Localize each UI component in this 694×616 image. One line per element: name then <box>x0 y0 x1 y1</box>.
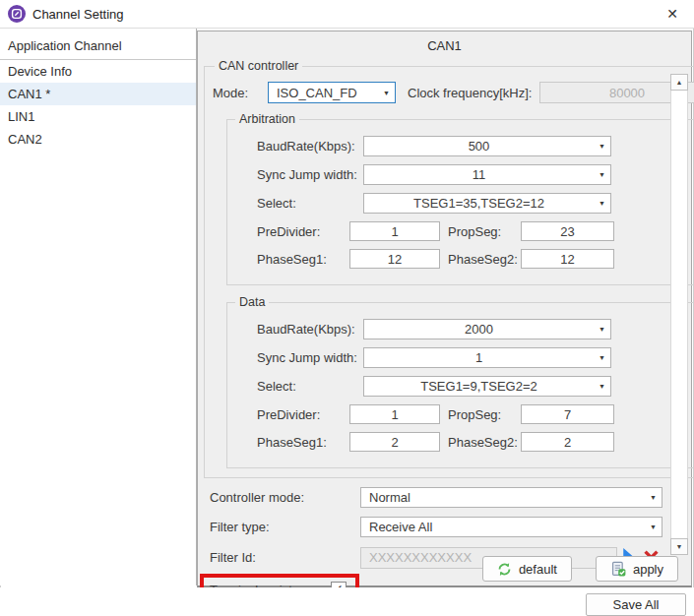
refresh-icon <box>497 562 512 577</box>
data-phaseseg2-label: PhaseSeg2: <box>440 435 521 450</box>
mode-select[interactable]: ISO_CAN_FD ▼ <box>268 82 396 103</box>
apply-clipboard-icon <box>610 561 626 577</box>
page-title: CAN1 <box>198 31 691 56</box>
mode-row: Mode: ISO_CAN_FD ▼ Clock frequency[kHz]: <box>213 82 694 103</box>
data-propseg-label: PropSeg: <box>440 407 521 422</box>
controller-mode-label: Controller mode: <box>210 490 360 505</box>
arb-sync-row: Sync Jump width: 11 ▼ <box>231 164 694 185</box>
filter-id-label: Filter Id: <box>210 550 360 565</box>
data-predivider-label: PreDivider: <box>257 407 349 422</box>
controller-mode-select[interactable]: Normal ▼ <box>360 487 662 508</box>
data-sync-row: Sync Jump width: 1 ▼ <box>231 347 694 368</box>
arb-sync-value: 11 <box>364 167 594 182</box>
chevron-down-icon: ▼ <box>594 171 610 178</box>
clock-frequency-label: Clock frequency[kHz]: <box>408 86 539 100</box>
data-group: Data BaudRate(Kbps): 2000 ▼ Sync Jump wi… <box>226 295 694 468</box>
data-sync-label: Sync Jump width: <box>257 350 363 365</box>
arb-phaseseg1-label: PhaseSeg1: <box>257 252 349 267</box>
channel-sidebar: Application Channel Device Info CAN1 * L… <box>0 29 197 585</box>
data-predivider-propseg-row: PreDivider: PropSeg: <box>231 404 694 424</box>
data-baudrate-label: BaudRate(Kbps): <box>257 322 363 337</box>
data-baudrate-value: 2000 <box>364 322 594 337</box>
data-predivider-field[interactable] <box>349 404 440 424</box>
chevron-down-icon: ▼ <box>645 524 662 530</box>
data-baudrate-select[interactable]: 2000 ▼ <box>363 319 611 339</box>
chevron-down-icon: ▼ <box>645 494 662 501</box>
controller-mode-row: Controller mode: Normal ▼ <box>210 487 662 508</box>
chevron-down-icon: ▼ <box>594 326 610 333</box>
panel-actions: default apply <box>482 556 678 582</box>
data-baudrate-row: BaudRate(Kbps): 2000 ▼ <box>231 319 694 339</box>
data-propseg-field[interactable] <box>521 404 614 424</box>
can-controller-legend: CAN controller <box>215 59 302 73</box>
arb-phaseseg-row: PhaseSeg1: PhaseSeg2: <box>231 249 694 269</box>
app-logo-icon <box>8 5 26 23</box>
filter-type-value: Receive All <box>361 520 645 534</box>
arb-propseg-field[interactable] <box>521 221 614 241</box>
arb-select-label: Select: <box>257 196 363 211</box>
arb-predivider-propseg-row: PreDivider: PropSeg: <box>231 221 694 241</box>
save-all-button[interactable]: Save All <box>586 593 686 616</box>
arb-propseg-label: PropSeg: <box>440 224 521 239</box>
controller-mode-value: Normal <box>361 490 645 505</box>
vertical-scrollbar: ▲ ▼ <box>670 74 688 555</box>
data-phaseseg1-field[interactable] <box>349 432 440 452</box>
can1-settings-panel: CAN1 CAN controller Mode: ISO_CAN_FD ▼ C… <box>197 31 692 587</box>
arb-phaseseg2-field[interactable] <box>521 249 614 269</box>
arb-sync-select[interactable]: 11 ▼ <box>363 164 611 185</box>
arb-baudrate-row: BaudRate(Kbps): 500 ▼ <box>231 136 694 156</box>
arbitration-legend: Arbitration <box>235 112 299 126</box>
arb-sync-label: Sync Jump width: <box>257 167 363 182</box>
sidebar-item-can1[interactable]: CAN1 * <box>0 83 196 105</box>
sidebar-item-can2[interactable]: CAN2 <box>0 128 196 151</box>
sidebar-item-device-info[interactable]: Device Info <box>0 60 196 83</box>
data-legend: Data <box>235 295 269 309</box>
apply-button-label: apply <box>633 562 663 577</box>
mode-value: ISO_CAN_FD <box>269 86 378 100</box>
arb-baudrate-value: 500 <box>364 139 594 154</box>
arb-phaseseg1-field[interactable] <box>349 249 440 269</box>
window-title: Channel Setting <box>32 7 124 22</box>
arb-baudrate-label: BaudRate(Kbps): <box>257 139 363 154</box>
data-phaseseg2-field[interactable] <box>521 432 614 452</box>
sidebar-item-lin1[interactable]: LIN1 <box>0 105 196 128</box>
chevron-down-icon: ▼ <box>594 200 610 207</box>
channel-setting-dialog: Channel Setting ✕ Application Channel De… <box>0 0 694 616</box>
arb-phaseseg2-label: PhaseSeg2: <box>440 252 521 267</box>
sidebar-item-application-channel[interactable]: Application Channel <box>0 34 196 60</box>
apply-button[interactable]: apply <box>596 556 678 582</box>
filter-type-row: Filter type: Receive All ▼ <box>210 517 662 537</box>
arb-predivider-label: PreDivider: <box>257 224 349 239</box>
mode-label: Mode: <box>213 86 268 100</box>
data-tseg-select[interactable]: TSEG1=9,TSEG2=2 ▼ <box>363 376 611 397</box>
data-phaseseg1-label: PhaseSeg1: <box>257 435 349 450</box>
default-button-label: default <box>519 562 557 577</box>
filter-type-select[interactable]: Receive All ▼ <box>360 517 662 537</box>
data-sync-select[interactable]: 1 ▼ <box>363 347 611 368</box>
titlebar: Channel Setting ✕ <box>0 0 694 29</box>
arb-tseg-value: TSEG1=35,TSEG2=12 <box>364 196 594 211</box>
scroll-down-icon[interactable]: ▼ <box>670 538 688 555</box>
arb-tseg-select[interactable]: TSEG1=35,TSEG2=12 ▼ <box>363 193 611 214</box>
chevron-down-icon: ▼ <box>594 383 610 390</box>
data-select-label: Select: <box>257 379 363 394</box>
data-phaseseg-row: PhaseSeg1: PhaseSeg2: <box>231 432 694 452</box>
chevron-down-icon: ▼ <box>594 354 610 361</box>
scrollbar-track[interactable] <box>670 91 688 538</box>
data-tseg-value: TSEG1=9,TSEG2=2 <box>364 379 594 394</box>
data-select-row: Select: TSEG1=9,TSEG2=2 ▼ <box>231 376 694 397</box>
default-button[interactable]: default <box>482 556 572 582</box>
arb-select-row: Select: TSEG1=35,TSEG2=12 ▼ <box>231 193 694 214</box>
arb-baudrate-select[interactable]: 500 ▼ <box>363 136 611 156</box>
chevron-down-icon: ▼ <box>594 143 610 150</box>
close-icon[interactable]: ✕ <box>651 0 694 28</box>
filter-type-label: Filter type: <box>210 520 360 534</box>
can-controller-group: CAN controller Mode: ISO_CAN_FD ▼ Clock … <box>204 59 694 478</box>
footer: Save All <box>0 587 694 616</box>
arbitration-group: Arbitration BaudRate(Kbps): 500 ▼ Sync J… <box>226 112 694 285</box>
scroll-up-icon[interactable]: ▲ <box>670 74 688 91</box>
data-sync-value: 1 <box>364 350 594 365</box>
chevron-down-icon: ▼ <box>378 90 395 96</box>
arb-predivider-field[interactable] <box>349 221 440 241</box>
